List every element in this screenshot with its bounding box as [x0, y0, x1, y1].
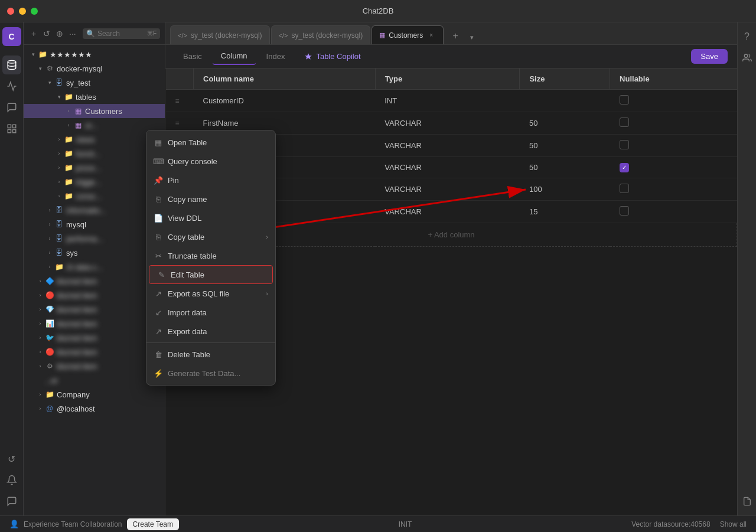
tree-item-5[interactable]: › 🐦 blurred item — [24, 331, 165, 345]
chat-icon[interactable] — [2, 492, 21, 511]
tree-tables[interactable]: ▾ 📁 tables — [24, 90, 165, 104]
cell-nullable[interactable] — [610, 135, 737, 157]
cell-nullable-highlighted[interactable] — [610, 157, 737, 178]
tab2-icon: </> — [279, 32, 288, 39]
tab-basic[interactable]: Basic — [175, 48, 210, 65]
ctx-copy-table[interactable]: ⎘ Copy table › — [146, 227, 275, 246]
tree-customers[interactable]: › ▦ Customers — [24, 104, 165, 118]
th-type: Type — [375, 68, 520, 90]
cell-type: VARCHAR — [375, 200, 520, 223]
search-shortcut: ⌘F — [147, 30, 157, 37]
show-all-label[interactable]: Show all — [720, 520, 747, 528]
nullable-checkbox-checked[interactable] — [620, 163, 629, 172]
tab-customers[interactable]: ▦ Customers × — [372, 25, 444, 44]
tree-ai-data[interactable]: › 📁 AI data c... — [24, 260, 165, 274]
maximize-button[interactable] — [31, 8, 38, 15]
tab-sy-test-1[interactable]: </> sy_test (docker-mysql) — [170, 25, 270, 44]
ctx-view-ddl[interactable]: 📄 View DDL — [146, 208, 275, 227]
ctx-delete-table[interactable]: 🗑 Delete Table — [146, 345, 275, 364]
ctx-truncate-table[interactable]: ✂ Truncate table — [146, 246, 275, 265]
th-nullable: Nullable — [610, 68, 737, 90]
cell-nullable[interactable] — [610, 90, 737, 112]
ctx-query-console[interactable]: ⌨ Query console — [146, 152, 275, 171]
tree-item-7[interactable]: › ⚙ blurred item — [24, 359, 165, 373]
cell-nullable[interactable] — [610, 200, 737, 223]
ai-data-label: AI data c... — [66, 263, 103, 272]
ctx-import-data[interactable]: ↙ Import data — [146, 303, 275, 322]
ctx-edit-table[interactable]: ✎ Edit Table — [149, 265, 273, 284]
more-button[interactable]: ··· — [67, 27, 78, 41]
copy-table-icon: ⎘ — [154, 232, 163, 241]
cell-nullable[interactable] — [610, 178, 737, 200]
tree-item-1[interactable]: › 🔷 blurred item — [24, 274, 165, 288]
tab1-label: sy_test (docker-mysql) — [191, 31, 262, 40]
right-icon-2[interactable] — [738, 48, 757, 67]
ctx-generate-test[interactable]: ⚡ Generate Test Data... — [146, 364, 275, 383]
tree-information-schema[interactable]: › 🗄 informatio... — [24, 203, 165, 217]
tab-copilot[interactable]: Table Copilot — [295, 48, 369, 65]
tab-more-button[interactable]: ▾ — [465, 30, 479, 44]
refresh-button[interactable]: ↺ — [41, 27, 52, 41]
close-button[interactable] — [7, 8, 14, 15]
right-icon-3[interactable] — [738, 492, 757, 511]
globe-button[interactable]: ⊕ — [54, 27, 65, 41]
ctx-export-sql[interactable]: ↗ Export as SQL file › — [146, 284, 275, 303]
tree-company[interactable]: › 📁 Company — [24, 387, 165, 402]
tree-item-3[interactable]: › 💎 blurred item — [24, 302, 165, 316]
minimize-button[interactable] — [19, 8, 26, 15]
cell-nullable[interactable] — [610, 112, 737, 135]
tree-item-6[interactable]: › 🔴 blurred item — [24, 345, 165, 359]
create-team-button[interactable]: Create Team — [127, 518, 179, 530]
chart-icon[interactable] — [2, 77, 21, 96]
bell-icon[interactable] — [2, 471, 21, 489]
undo-icon[interactable]: ↺ — [2, 449, 21, 468]
search-input[interactable] — [97, 30, 145, 38]
person-icon: 👤 — [9, 520, 19, 528]
tree-procedures[interactable]: › 📁 proce... — [24, 161, 165, 175]
item1-icon: 🔷 — [45, 276, 54, 286]
tree-consoles[interactable]: › 📁 consc... — [24, 189, 165, 203]
ctx-copy-name[interactable]: ⎘ Copy name — [146, 190, 275, 208]
tree-sy-test[interactable]: ▾ 🗄 sy_test — [24, 76, 165, 90]
cell-size: 100 — [520, 178, 610, 200]
copilot-icon — [304, 52, 313, 61]
grid-icon[interactable] — [2, 119, 21, 138]
tab-add-button[interactable]: + — [447, 28, 464, 44]
cell-size: 50 — [520, 157, 610, 178]
tree-item-2[interactable]: › 🔴 blurred item — [24, 288, 165, 302]
sy-test-arrow: ▾ — [45, 78, 54, 87]
tab3-close[interactable]: × — [426, 31, 436, 40]
ctx-pin-label: Pin — [168, 176, 268, 185]
tree-item-8[interactable]: ...er — [24, 373, 165, 387]
tab-column[interactable]: Column — [213, 48, 256, 65]
triggers-label: trigge... — [76, 178, 101, 187]
tree-item-4[interactable]: › 📊 blurred item — [24, 316, 165, 331]
tab-index[interactable]: Index — [258, 48, 294, 65]
tree-sys[interactable]: › 🗄 sys — [24, 246, 165, 260]
tree-mysql[interactable]: › 🗄 mysql — [24, 217, 165, 231]
query-console-icon: ⌨ — [154, 156, 163, 166]
database-icon[interactable] — [2, 56, 21, 74]
search-box[interactable]: 🔍 ⌘F — [83, 28, 160, 39]
tree-functions[interactable]: › 📁 functi... — [24, 146, 165, 161]
tree-triggers[interactable]: › 📁 trigge... — [24, 175, 165, 189]
mysql-label: mysql — [66, 220, 86, 229]
tab-sy-test-2[interactable]: </> sy_test (docker-mysql) — [271, 25, 371, 44]
save-button[interactable]: Save — [691, 49, 728, 64]
ctx-open-table[interactable]: ▦ Open Table — [146, 133, 275, 152]
tree-localhost[interactable]: › @ @localhost — [24, 402, 165, 416]
tree-root[interactable]: ▾ 📁 ★★★★★★ — [24, 47, 165, 61]
views-label: views — [76, 135, 95, 144]
row-handle[interactable]: ≡ — [166, 90, 194, 112]
message-icon[interactable] — [2, 98, 21, 117]
ctx-pin[interactable]: 📌 Pin — [146, 171, 275, 190]
tree-docker-mysql[interactable]: ▾ ⚙ docker-mysql — [24, 61, 165, 76]
tree-orders[interactable]: › ▦ or... — [24, 118, 165, 132]
ctx-export-data[interactable]: ↗ Export data — [146, 322, 275, 341]
svg-rect-3 — [8, 130, 11, 133]
tree-performance[interactable]: › 🗄 performa... — [24, 231, 165, 246]
right-icon-1[interactable]: ? — [738, 27, 757, 46]
tree-views[interactable]: › 📁 views — [24, 132, 165, 146]
add-connection-button[interactable]: + — [28, 27, 39, 41]
ctx-copy-name-label: Copy name — [168, 195, 268, 204]
